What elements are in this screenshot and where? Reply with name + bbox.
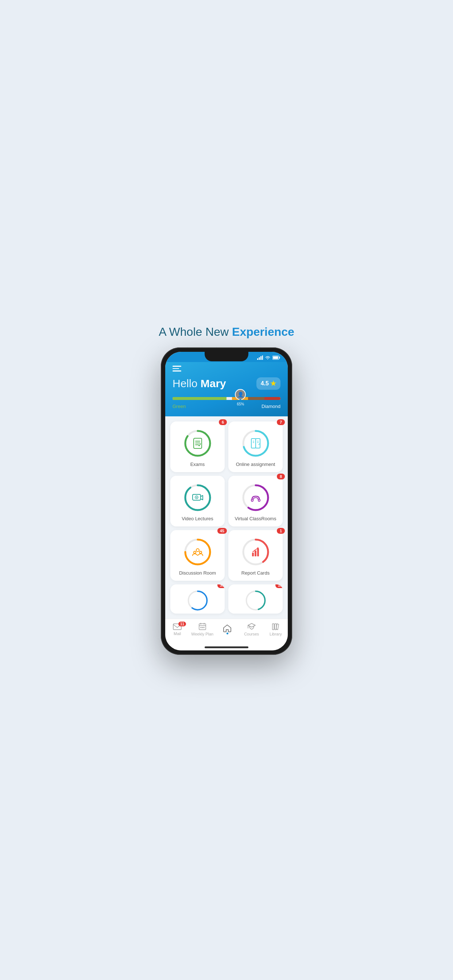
courses-icon — [247, 623, 256, 631]
progress-percent: 65% — [237, 402, 244, 406]
svg-rect-55 — [273, 624, 274, 630]
segment-red — [265, 397, 281, 400]
library-icon — [272, 623, 280, 631]
greeting-prefix: Hello — [172, 377, 201, 390]
video-label: Video Lectures — [182, 516, 214, 521]
discussion-label: Discussion Room — [179, 570, 216, 576]
video-icon-wrap — [183, 483, 212, 512]
headline-highlight: Experience — [232, 325, 294, 338]
svg-marker-25 — [201, 495, 203, 500]
progress-labels: Green Diamond — [172, 404, 281, 409]
svg-rect-40 — [255, 550, 257, 556]
nav-weekly-label: Weekly Plan — [191, 632, 214, 636]
calendar-icon — [198, 623, 206, 631]
headline-prefix: A Whole New — [159, 325, 232, 338]
notch — [205, 352, 248, 361]
report-icon-wrap — [241, 538, 270, 566]
header-section: Hello Mary 4.5 ★ — [165, 362, 288, 416]
label-green: Green — [172, 404, 186, 409]
nav-home[interactable] — [217, 624, 238, 635]
cards-grid: 6 — [170, 422, 283, 581]
svg-rect-54 — [204, 627, 205, 628]
svg-rect-48 — [199, 624, 206, 630]
report-label: Report Cards — [241, 570, 270, 576]
badge-assignment: 7 — [277, 419, 285, 425]
badge-discussion: 45 — [217, 528, 227, 534]
svg-point-35 — [194, 551, 196, 554]
greeting-name: Mary — [201, 377, 226, 390]
nav-library[interactable]: Library — [266, 623, 286, 636]
assignment-label: Online assignment — [236, 461, 275, 467]
home-indicator — [205, 646, 248, 648]
greeting-text: Hello Mary — [172, 377, 226, 390]
report-icon — [249, 546, 262, 558]
svg-rect-16 — [256, 439, 260, 448]
svg-point-34 — [196, 549, 199, 552]
assignment-icon-wrap — [241, 429, 270, 458]
svg-rect-41 — [257, 549, 259, 556]
partial-ring-right — [245, 590, 266, 611]
badge-partial-right: 13 — [275, 584, 283, 588]
assignment-icon — [249, 437, 262, 450]
nav-weekly-plan[interactable]: Weekly Plan — [191, 623, 214, 636]
segment-white — [226, 397, 232, 400]
status-icons — [257, 355, 281, 360]
nav-mail-label: Mail — [174, 632, 181, 636]
svg-rect-52 — [200, 627, 201, 628]
progress-container: 👤 65% — [172, 397, 281, 400]
progress-avatar: 👤 65% — [235, 389, 246, 400]
battery-icon — [273, 355, 281, 360]
svg-rect-30 — [251, 499, 253, 501]
wifi-icon — [265, 355, 271, 360]
star-icon: ★ — [270, 380, 276, 388]
svg-rect-3 — [262, 355, 263, 360]
exams-label: Exams — [190, 461, 205, 467]
svg-point-36 — [199, 551, 202, 554]
card-exams[interactable]: 6 — [170, 422, 225, 472]
nav-courses[interactable]: Courses — [241, 623, 262, 636]
discussion-icon — [191, 546, 204, 558]
partial-ring-left — [187, 590, 209, 611]
nav-library-label: Library — [270, 632, 282, 636]
home-active-dot — [226, 633, 228, 635]
bottom-nav: 11 Mail — [165, 619, 288, 643]
segment-brown — [248, 397, 264, 400]
svg-rect-31 — [258, 499, 260, 501]
avatar: 👤 — [235, 389, 246, 400]
cards-section: 6 — [165, 416, 288, 619]
svg-rect-2 — [260, 356, 262, 360]
phone-frame: . — [161, 347, 292, 655]
headline: A Whole New Experience — [159, 325, 294, 339]
partial-card-left[interactable]: 31 — [170, 584, 225, 614]
svg-rect-5 — [279, 357, 280, 359]
home-indicator-bar — [165, 643, 288, 651]
card-assignment[interactable]: 7 — [228, 422, 283, 472]
svg-point-42 — [257, 547, 258, 549]
rating-value: 4.5 — [261, 380, 269, 387]
svg-rect-53 — [202, 627, 203, 628]
card-virtual[interactable]: 8 — [228, 476, 283, 527]
greeting-row: Hello Mary 4.5 ★ — [172, 377, 281, 390]
svg-rect-1 — [259, 357, 260, 360]
segment-green — [172, 397, 226, 400]
home-icon — [223, 624, 231, 632]
svg-rect-39 — [252, 553, 254, 556]
nav-courses-label: Courses — [244, 632, 259, 636]
page-wrapper: A Whole New Experience . — [151, 325, 302, 655]
nav-mail[interactable]: 11 Mail — [167, 623, 187, 636]
card-video[interactable]: Video Lectures — [170, 476, 225, 527]
badge-partial-left: 31 — [217, 584, 225, 588]
progress-segments — [172, 397, 281, 400]
menu-icon[interactable] — [172, 366, 281, 372]
virtual-icon-wrap — [241, 483, 270, 512]
video-icon — [191, 491, 204, 504]
badge-exams: 6 — [219, 419, 227, 425]
phone-screen: . — [165, 352, 288, 651]
virtual-icon — [249, 491, 262, 504]
badge-virtual: 8 — [277, 474, 285, 479]
svg-rect-0 — [257, 358, 258, 360]
card-report[interactable]: 1 — [228, 530, 283, 581]
svg-rect-6 — [273, 356, 278, 359]
partial-card-right[interactable]: 13 — [228, 584, 283, 614]
card-discussion[interactable]: 45 — [170, 530, 225, 581]
